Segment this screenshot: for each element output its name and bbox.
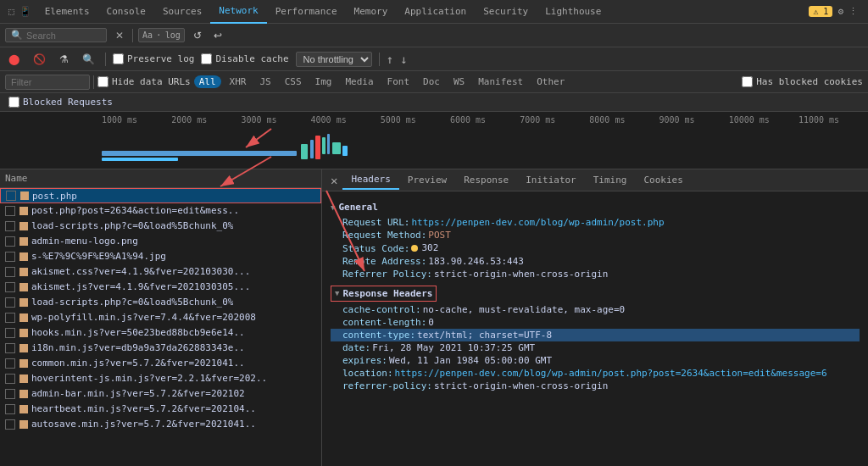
upload-icon[interactable]: ↑ [387, 53, 393, 66]
filter-media[interactable]: Media [340, 75, 378, 88]
response-headers-section: cache-control: no-cache, must-revalidate… [331, 303, 860, 392]
tab-network[interactable]: Network [210, 0, 266, 24]
tab-elements[interactable]: Elements [36, 0, 98, 24]
filter-js[interactable]: JS [254, 75, 275, 88]
file-item-10[interactable]: i18n.min.js?ver=db9a9a37da262883343e.. [0, 341, 321, 356]
tab-timing[interactable]: Timing [585, 171, 636, 189]
file-checkbox[interactable] [5, 358, 15, 369]
tab-preview[interactable]: Preview [399, 171, 455, 189]
file-item-4[interactable]: s-%E7%9C%9F%E9%A1%94.jpg [0, 249, 321, 264]
back-button[interactable]: ↩ [210, 28, 225, 43]
preserve-log-checkbox[interactable] [113, 53, 124, 64]
file-item-2[interactable]: load-scripts.php?c=0&load%5Bchunk_0% [0, 219, 321, 234]
file-checkbox[interactable] [5, 313, 15, 323]
file-checkbox[interactable] [5, 221, 15, 231]
clear-button[interactable]: 🚫 [30, 52, 49, 67]
file-item-8[interactable]: wp-polyfill.min.js?ver=7.4.4&fver=202008 [0, 310, 321, 325]
file-list: Name post.php post.php?post=2634&action=… [0, 169, 322, 466]
settings-icon[interactable]: ⚙ [837, 6, 843, 17]
tab-memory[interactable]: Memory [346, 0, 397, 24]
tab-response[interactable]: Response [455, 171, 517, 189]
headers-panel: ✕ Headers Preview Response Initiator Tim… [322, 169, 868, 466]
filter-css[interactable]: CSS [280, 75, 307, 88]
tab-performance[interactable]: Performance [267, 0, 346, 24]
disable-cache-label[interactable]: Disable cache [201, 53, 288, 64]
device-icon[interactable]: 📱 [19, 6, 31, 17]
file-checkbox[interactable] [5, 206, 15, 216]
filter-all[interactable]: All [194, 75, 221, 88]
file-checkbox[interactable] [5, 328, 15, 338]
file-type-icon [20, 191, 29, 200]
filter-input[interactable] [5, 75, 90, 90]
filter-ws[interactable]: WS [448, 75, 470, 88]
filter-doc[interactable]: Doc [418, 75, 445, 88]
aa-icon: Aa [142, 31, 153, 40]
filter-img[interactable]: Img [310, 75, 337, 88]
file-checkbox[interactable] [5, 404, 15, 414]
general-section-header[interactable]: General [331, 202, 860, 213]
filter-xhr[interactable]: XHR [225, 75, 252, 88]
filter-manifest[interactable]: Manifest [473, 75, 528, 88]
file-name: akismet.css?ver=4.1.9&fver=202103030... [31, 266, 250, 277]
file-checkbox[interactable] [5, 389, 15, 399]
inspect-icon[interactable]: ⬚ [8, 6, 14, 17]
file-item-14[interactable]: heartbeat.min.js?ver=5.7.2&fver=202104.. [0, 402, 321, 417]
file-checkbox[interactable] [5, 343, 15, 353]
file-item-15[interactable]: autosave.min.js?ver=5.7.2&fver=2021041.. [0, 417, 321, 432]
file-checkbox[interactable] [5, 267, 15, 277]
file-name: autosave.min.js?ver=5.7.2&fver=2021041.. [31, 419, 256, 430]
file-item-7[interactable]: load-scripts.php?c=0&load%5Bchunk_0% [0, 295, 321, 310]
file-checkbox[interactable] [5, 419, 15, 430]
file-checkbox[interactable] [5, 236, 15, 247]
file-name: common.min.js?ver=5.7.2&fver=2021041.. [31, 358, 245, 369]
file-item-11[interactable]: common.min.js?ver=5.7.2&fver=2021041.. [0, 356, 321, 371]
throttle-select[interactable]: No throttling [296, 52, 372, 67]
file-item-5[interactable]: akismet.css?ver=4.1.9&fver=202103030... [0, 264, 321, 280]
content-type-label: content-type: [342, 330, 415, 341]
has-blocked-cookies-checkbox[interactable] [742, 76, 753, 87]
filter-font[interactable]: Font [382, 75, 415, 88]
search-network-button[interactable]: 🔍 [79, 52, 98, 67]
tab-lighthouse[interactable]: Lighthouse [537, 0, 609, 24]
more-icon[interactable]: ⋮ [849, 6, 858, 17]
tab-headers[interactable]: Headers [342, 170, 398, 190]
tab-security[interactable]: Security [475, 0, 537, 24]
file-item-6[interactable]: akismet.js?ver=4.1.9&fver=2021030305... [0, 280, 321, 295]
hide-data-urls-checkbox[interactable] [97, 76, 108, 87]
file-checkbox[interactable] [5, 252, 15, 262]
tab-cookies[interactable]: Cookies [636, 171, 692, 189]
file-checkbox[interactable] [5, 374, 15, 384]
has-blocked-cookies-label[interactable]: Has blocked cookies [742, 76, 863, 87]
refresh-button[interactable]: ↺ [190, 28, 205, 43]
preserve-log-label[interactable]: Preserve log [113, 53, 194, 64]
divider [132, 29, 133, 42]
download-icon[interactable]: ↓ [400, 53, 407, 66]
file-item-9[interactable]: hooks.min.js?ver=50e23bed88bcb9e6e14.. [0, 325, 321, 341]
blocked-requests-checkbox[interactable] [8, 97, 19, 108]
tab-console[interactable]: Console [98, 0, 154, 24]
label-3000: 3000 ms [241, 115, 310, 125]
close-search-button[interactable]: ✕ [112, 28, 127, 43]
tab-initiator[interactable]: Initiator [517, 171, 585, 189]
file-checkbox[interactable] [5, 297, 15, 308]
file-item-1[interactable]: post.php?post=2634&action=edit&mess.. [0, 203, 321, 219]
svg-rect-5 [327, 134, 330, 154]
tab-application[interactable]: Application [396, 0, 475, 24]
tab-sources[interactable]: Sources [154, 0, 210, 24]
disable-cache-checkbox[interactable] [201, 53, 212, 64]
response-headers-section-header[interactable]: Response Headers [335, 288, 432, 299]
file-checkbox[interactable] [5, 282, 15, 292]
filter-icon-button[interactable]: ⚗ [56, 52, 72, 67]
panel-close-button[interactable]: ✕ [326, 174, 342, 187]
file-item-post-php[interactable]: post.php [0, 188, 321, 203]
file-item-3[interactable]: admin-menu-logo.png [0, 234, 321, 249]
record-button[interactable]: ⬤ [5, 52, 23, 67]
file-item-12[interactable]: hoverintent-js.min.js?ver=2.2.1&fver=202… [0, 371, 321, 386]
hide-data-urls-label[interactable]: Hide data URLs [97, 76, 191, 87]
file-checkbox[interactable] [6, 191, 16, 201]
warning-badge[interactable]: ⚠ 1 [809, 6, 832, 17]
request-url-row: Request URL: https://penpen-dev.com/blog… [331, 216, 860, 229]
file-item-13[interactable]: admin-bar.min.js?ver=5.7.2&fver=202102 [0, 386, 321, 402]
search-input[interactable] [26, 31, 94, 41]
filter-other[interactable]: Other [531, 75, 570, 88]
